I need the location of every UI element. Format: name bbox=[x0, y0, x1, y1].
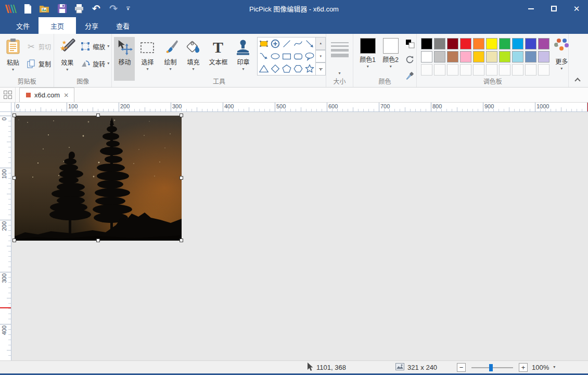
palette-swatch-0-5-fff200[interactable] bbox=[486, 38, 497, 49]
group-size[interactable]: ▾ 大小 bbox=[326, 34, 353, 87]
shape-pentagon[interactable] bbox=[281, 63, 292, 75]
zoom-slider[interactable] bbox=[471, 363, 513, 372]
palette-swatch-2-5-empty[interactable] bbox=[486, 64, 497, 76]
menu-tab-1[interactable]: 文件 bbox=[7, 17, 39, 34]
color2-button[interactable]: 颜色2 ▾ bbox=[379, 37, 402, 69]
palette-swatch-0-9-a349a4[interactable] bbox=[538, 38, 549, 49]
tool-stamp-button[interactable]: 印章▾ bbox=[233, 37, 253, 81]
save-icon[interactable] bbox=[56, 3, 68, 15]
shape-star[interactable] bbox=[304, 63, 315, 75]
palette-swatch-1-1-c3c3c3[interactable] bbox=[434, 51, 445, 63]
shape-speech-bubble[interactable] bbox=[304, 50, 315, 63]
tool-fill-button[interactable]: 填充▾ bbox=[183, 37, 203, 81]
palette-swatch-2-6-empty[interactable] bbox=[499, 64, 510, 76]
tool-draw-button[interactable]: 绘制▾ bbox=[160, 37, 181, 81]
palette-swatch-1-4-ffc90e[interactable] bbox=[473, 51, 484, 63]
swap-colors-icon[interactable] bbox=[405, 39, 415, 51]
palette-swatch-2-2-empty[interactable] bbox=[447, 64, 458, 76]
palette-swatch-0-0-000000[interactable] bbox=[421, 38, 432, 49]
zoom-out-button[interactable]: − bbox=[457, 363, 466, 372]
palette-swatch-2-7-empty[interactable] bbox=[512, 64, 523, 76]
rotate-button[interactable]: 旋转 ▾ bbox=[80, 58, 109, 69]
tab-list-button[interactable] bbox=[0, 88, 16, 102]
selection-handle-6[interactable] bbox=[96, 239, 100, 242]
menu-tab-2[interactable]: 主页 bbox=[39, 17, 76, 34]
selection-handle-0[interactable] bbox=[12, 114, 16, 117]
zoom-in-button[interactable]: + bbox=[519, 363, 528, 372]
v-ruler-tick-300: 300 bbox=[1, 273, 7, 283]
palette-swatch-2-9-empty[interactable] bbox=[538, 64, 549, 76]
palette-swatch-2-1-empty[interactable] bbox=[434, 64, 445, 76]
shape-line[interactable] bbox=[281, 38, 292, 50]
palette-swatch-0-4-ff7f27[interactable] bbox=[473, 38, 484, 49]
palette-swatch-0-6-22b14c[interactable] bbox=[499, 38, 510, 49]
copy-button[interactable]: 复制 bbox=[26, 58, 51, 69]
palette-swatch-1-6-b5e61d[interactable] bbox=[499, 51, 510, 63]
maximize-button[interactable] bbox=[542, 0, 565, 17]
selection-handle-3[interactable] bbox=[12, 176, 16, 180]
canvas-image[interactable] bbox=[15, 116, 182, 241]
palette-swatch-2-3-empty[interactable] bbox=[460, 64, 471, 76]
collapse-ribbon-icon[interactable] bbox=[575, 78, 581, 83]
tool-select-button[interactable]: 选择▾ bbox=[137, 37, 158, 81]
redo-icon[interactable]: ↷ bbox=[107, 3, 120, 15]
menu-tab-4[interactable]: 查看 bbox=[107, 17, 138, 34]
paste-button[interactable]: 粘贴 ▾ bbox=[1, 37, 25, 72]
shape-selected-fill-rect[interactable] bbox=[258, 38, 269, 50]
shapes-more-icon[interactable]: ▾ bbox=[316, 63, 326, 76]
palette-swatch-0-7-00a2e8[interactable] bbox=[512, 38, 523, 49]
shape-rectangle[interactable] bbox=[281, 50, 292, 63]
palette-swatch-2-8-empty[interactable] bbox=[525, 64, 536, 76]
document-tab[interactable]: x6d.com ✕ bbox=[19, 88, 74, 102]
shape-hexagon[interactable] bbox=[292, 63, 304, 75]
palette-swatch-1-5-efe4b0[interactable] bbox=[486, 51, 497, 63]
color1-button[interactable]: 颜色1 ▾ bbox=[356, 37, 379, 69]
palette-swatch-1-3-ffaec9[interactable] bbox=[460, 51, 471, 63]
open-file-icon[interactable] bbox=[39, 3, 51, 15]
shape-triangle[interactable] bbox=[258, 63, 269, 75]
selection-handle-1[interactable] bbox=[96, 114, 100, 117]
undo-icon[interactable]: ↶ bbox=[90, 3, 103, 15]
selection-handle-2[interactable] bbox=[180, 114, 183, 117]
tool-move-button[interactable]: 移动 bbox=[114, 37, 135, 81]
effects-button[interactable]: ★ ★ ★ 效果 ▾ bbox=[55, 37, 79, 72]
shape-arrow[interactable] bbox=[304, 38, 315, 50]
minimize-button[interactable] bbox=[519, 0, 542, 17]
palette-swatch-2-4-empty[interactable] bbox=[473, 64, 484, 76]
resize-button[interactable]: 缩放 ▾ bbox=[80, 41, 109, 52]
selection-handle-7[interactable] bbox=[180, 239, 183, 242]
canvas-area[interactable] bbox=[11, 112, 588, 360]
shape-diamond[interactable] bbox=[270, 63, 281, 75]
new-file-icon[interactable] bbox=[21, 3, 34, 15]
zoom-level-button[interactable]: 100% ▾ bbox=[532, 361, 555, 373]
zoom-slider-thumb[interactable] bbox=[489, 364, 493, 371]
shape-curve[interactable] bbox=[292, 38, 304, 50]
shape-curve-arrow[interactable] bbox=[258, 50, 269, 63]
shape-rounded-rectangle[interactable] bbox=[292, 50, 304, 63]
shape-circle-plus[interactable] bbox=[270, 38, 281, 50]
shape-ellipse[interactable] bbox=[270, 50, 281, 63]
print-icon[interactable] bbox=[73, 3, 85, 15]
selection-handle-4[interactable] bbox=[180, 176, 183, 180]
selection-handle-5[interactable] bbox=[12, 239, 16, 242]
menu-tab-3[interactable]: 分享 bbox=[76, 17, 107, 34]
cut-button[interactable]: ✂ 剪切 bbox=[26, 41, 51, 52]
reset-colors-icon[interactable] bbox=[405, 55, 414, 66]
palette-swatch-1-0-ffffff[interactable] bbox=[421, 51, 432, 63]
shapes-scroll-down-icon[interactable]: ▾ bbox=[316, 50, 326, 63]
shapes-scroll-up-icon[interactable]: ▴ bbox=[316, 37, 326, 50]
palette-swatch-0-8-3f48cc[interactable] bbox=[525, 38, 536, 49]
palette-swatch-1-9-c8bfe7[interactable] bbox=[538, 51, 549, 63]
tab-close-icon[interactable]: ✕ bbox=[63, 92, 69, 99]
palette-swatch-0-1-7f7f7f[interactable] bbox=[434, 38, 445, 49]
customize-toolbar-icon[interactable]: ▾ bbox=[124, 3, 132, 15]
tool-text-button[interactable]: T文本框 bbox=[206, 37, 231, 81]
palette-swatch-1-7-99d9ea[interactable] bbox=[512, 51, 523, 63]
palette-swatch-1-8-7092be[interactable] bbox=[525, 51, 536, 63]
palette-swatch-0-2-880015[interactable] bbox=[447, 38, 458, 49]
palette-swatch-0-3-ed1c24[interactable] bbox=[460, 38, 471, 49]
palette-swatch-2-0-empty[interactable] bbox=[421, 64, 432, 76]
more-colors-button[interactable]: 更多 ▾ bbox=[553, 37, 570, 71]
close-button[interactable]: ✕ bbox=[565, 0, 588, 17]
palette-swatch-1-2-b97a57[interactable] bbox=[447, 51, 458, 63]
